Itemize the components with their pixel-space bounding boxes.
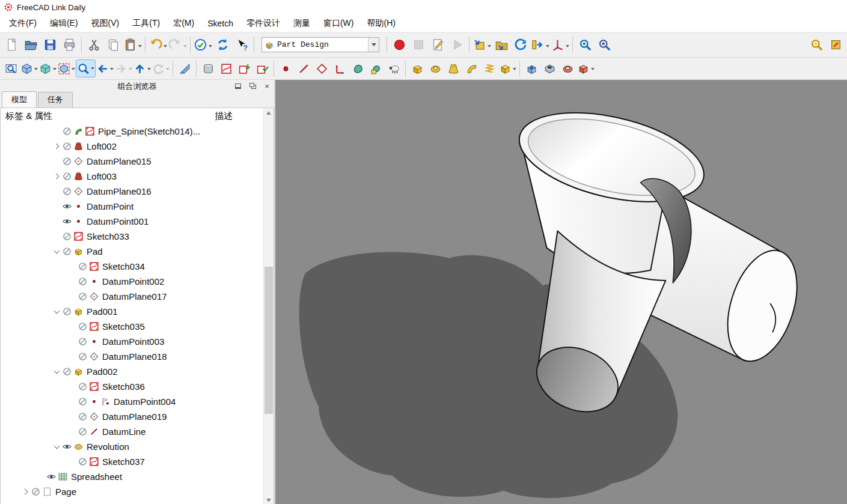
combo-dropdown-icon[interactable] (368, 38, 379, 52)
tab-tasks[interactable]: 任务 (38, 92, 73, 108)
groove-button[interactable] (558, 59, 576, 77)
make-link-button[interactable] (472, 35, 492, 55)
dropdown-arrow-icon[interactable] (591, 68, 595, 70)
tree-item-datumpoint002[interactable]: DatumPoint002 (1, 274, 274, 289)
datum-plane-button[interactable] (313, 59, 331, 77)
scrollbar-up-button[interactable] (264, 108, 274, 118)
tab-model[interactable]: 模型 (2, 91, 37, 108)
undo-button[interactable] (148, 35, 168, 55)
menu-macro[interactable]: 宏(M) (167, 16, 201, 31)
chevron-down-icon[interactable] (54, 247, 60, 254)
create-body-button[interactable] (199, 59, 217, 77)
macro-edit-button[interactable] (428, 35, 447, 55)
open-file-button[interactable] (21, 35, 40, 55)
new-file-button[interactable] (2, 35, 21, 55)
whats-this-button[interactable]: ? (232, 35, 251, 55)
dropdown-arrow-icon[interactable] (166, 68, 170, 70)
viewport-3d[interactable] (275, 80, 847, 504)
dropdown-arrow-icon[interactable] (488, 45, 491, 47)
validate-sketch-button[interactable] (253, 59, 271, 77)
dropdown-arrow-icon[interactable] (164, 45, 167, 47)
chevron-right-icon[interactable] (54, 174, 60, 180)
chevron-right-icon[interactable] (54, 144, 60, 150)
fit-all-button[interactable] (2, 59, 20, 77)
refresh-button[interactable] (213, 35, 232, 55)
dropdown-arrow-icon[interactable] (209, 45, 212, 47)
nav-back-button[interactable] (96, 59, 114, 77)
menu-file[interactable]: 文件(F) (2, 16, 43, 31)
dropdown-arrow-icon[interactable] (566, 45, 569, 47)
scrollbar-down-button[interactable] (264, 496, 274, 504)
clone-button[interactable] (385, 59, 403, 77)
tree-item-pad002[interactable]: Pad002 (1, 364, 274, 379)
expander[interactable] (52, 446, 61, 448)
sub-shape-binder-button[interactable] (367, 59, 385, 77)
dropdown-arrow-icon[interactable] (129, 68, 132, 70)
tree-item-datumpoint[interactable]: DatumPoint (1, 199, 274, 214)
dropdown-arrow-icon[interactable] (513, 68, 516, 70)
tree-item-datumplane018[interactable]: DatumPlane018 (1, 349, 274, 364)
dropdown-arrow-icon[interactable] (53, 68, 57, 70)
chevron-down-icon[interactable] (54, 368, 60, 374)
tree-item-loft003[interactable]: Loft003 (1, 169, 274, 184)
tree-item-pad001[interactable]: Pad001 (1, 304, 274, 319)
dropdown-arrow-icon[interactable] (34, 68, 38, 70)
pad-button[interactable] (408, 59, 426, 77)
tree-item-sketch033[interactable]: Sketch033 (1, 229, 274, 244)
map-sketch-button[interactable] (235, 59, 253, 77)
measure-button[interactable] (176, 59, 194, 77)
tree-item-datumpoint001[interactable]: DatumPoint001 (1, 214, 274, 229)
save-button[interactable] (40, 35, 60, 55)
menu-windows[interactable]: 窗口(W) (317, 16, 361, 31)
import-all-links-button[interactable] (530, 35, 550, 55)
dropdown-arrow-icon[interactable] (147, 68, 151, 70)
menu-sketch[interactable]: Sketch (201, 16, 240, 31)
panel-dock-button[interactable] (233, 81, 243, 91)
menu-tools[interactable]: 工具(T) (126, 16, 167, 31)
pocket-button[interactable] (522, 59, 540, 77)
tree-item-page[interactable]: Page (1, 484, 274, 499)
datum-point-button[interactable] (277, 59, 295, 77)
link-actions-button[interactable] (826, 35, 845, 55)
go-to-linked-button[interactable] (575, 35, 595, 55)
additive-primitive-button[interactable] (498, 59, 517, 77)
expander[interactable] (52, 371, 61, 373)
dropdown-arrow-icon[interactable] (138, 45, 142, 47)
go-to-deepest-button[interactable] (595, 35, 614, 55)
panel-float-button[interactable] (248, 81, 257, 91)
tree-item-pad[interactable]: Pad (1, 244, 274, 259)
dropdown-arrow-icon[interactable] (183, 45, 187, 47)
additive-pipe-button[interactable] (462, 59, 480, 77)
select-all-links-button[interactable] (807, 35, 826, 55)
create-sketch-button[interactable] (217, 59, 235, 77)
macro-record-button[interactable] (390, 35, 409, 55)
tree-item-datumpoint003[interactable]: DatumPoint003 (1, 334, 274, 349)
menu-part-design[interactable]: 零件设计 (240, 16, 287, 31)
tree-item-revolution[interactable]: Revolution (1, 439, 274, 454)
nav-up-button[interactable] (133, 59, 151, 77)
expander[interactable] (52, 174, 61, 178)
tree-item-datumplane015[interactable]: DatumPlane015 (1, 154, 274, 169)
additive-helix-button[interactable] (480, 59, 498, 77)
tree-item-sketch034[interactable]: Sketch034 (1, 259, 274, 274)
menu-measure[interactable]: 测量 (287, 16, 317, 31)
shape-binder-button[interactable] (349, 59, 367, 77)
chevron-down-icon[interactable] (54, 308, 60, 314)
tree-item-sketch036[interactable]: Sketch036 (1, 379, 274, 394)
panel-close-button[interactable]: × (262, 81, 272, 91)
expander[interactable] (52, 144, 61, 148)
paste-button[interactable] (123, 35, 142, 55)
chevron-down-icon[interactable] (54, 443, 60, 449)
expander[interactable] (52, 311, 61, 313)
tree-item-datumplane016[interactable]: DatumPlane016 (1, 184, 274, 199)
scrollbar-thumb[interactable] (264, 267, 273, 414)
make-link-group-button[interactable] (492, 35, 511, 55)
tree-item-datumline[interactable]: DatumLine (1, 424, 274, 439)
link-origin-button[interactable] (550, 35, 570, 55)
tree-scrollbar[interactable] (263, 108, 274, 504)
dropdown-arrow-icon[interactable] (72, 68, 75, 70)
view-isometric-button[interactable] (20, 59, 38, 77)
cut-button[interactable] (84, 35, 103, 55)
print-button[interactable] (60, 35, 79, 55)
expander[interactable] (21, 490, 30, 494)
